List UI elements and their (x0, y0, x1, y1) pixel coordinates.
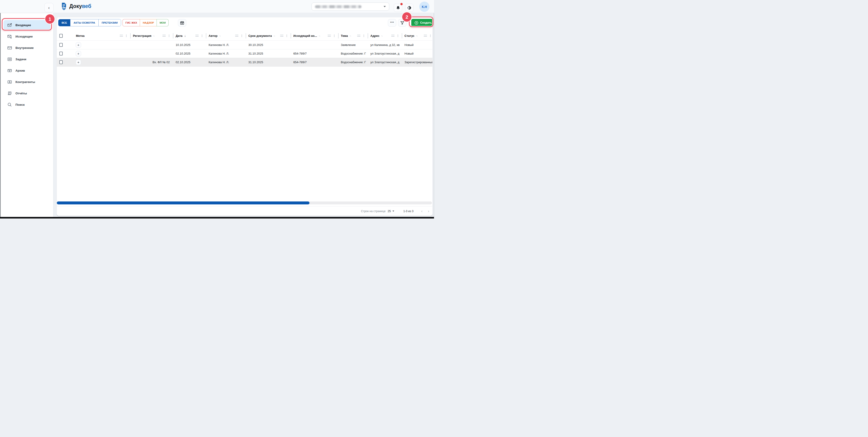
column-resize-handle[interactable] (391, 35, 395, 37)
date-filter-button[interactable] (178, 19, 186, 27)
add-label-button[interactable]: + (76, 60, 81, 65)
sort-desc-icon[interactable]: ↓ (184, 34, 186, 37)
scrollbar-thumb[interactable] (57, 201, 309, 204)
column-header-subject[interactable]: Тема↑↓⋮ (338, 31, 368, 40)
cell-label: + (69, 49, 130, 58)
column-resize-handle[interactable] (195, 35, 198, 37)
column-menu-icon[interactable]: ⋮ (240, 34, 243, 37)
add-label-button[interactable]: + (76, 51, 81, 56)
column-header-registration[interactable]: Регистрация↑↓⋮ (130, 31, 173, 40)
column-menu-icon[interactable]: ⋮ (396, 34, 399, 37)
column-menu-icon[interactable]: ⋮ (429, 34, 432, 37)
prev-page-button[interactable]: ‹ (421, 209, 423, 213)
sidebar-item-reports[interactable]: Отчёты (3, 88, 51, 98)
tab-all[interactable]: ВСЕ (58, 19, 70, 26)
row-checkbox[interactable] (59, 52, 63, 56)
cell-due_date: 30.10.2025 (246, 41, 290, 49)
plus-circle-icon (414, 21, 418, 25)
outbox-icon (7, 34, 12, 39)
cell-text: Калинова Н. Л. (209, 43, 229, 47)
row-checkbox[interactable] (59, 43, 63, 47)
add-label-button[interactable]: + (76, 42, 81, 48)
column-resize-handle[interactable] (357, 35, 361, 37)
sort-arrows-icon[interactable]: ↑↓ (153, 34, 154, 37)
calendar-icon (180, 21, 184, 25)
column-header-status[interactable]: Статус↑↓⋮ (402, 31, 433, 40)
sidebar-item-outbox[interactable]: Исходящие (3, 31, 51, 41)
theme-toggle-button[interactable] (405, 4, 413, 12)
tab-moi[interactable]: МОИ (157, 19, 168, 26)
cell-text: Водоснабжение: Г (341, 60, 366, 64)
column-menu-icon[interactable]: ⋮ (125, 34, 128, 37)
tab-claims[interactable]: ПРЕТЕНЗИИ (98, 19, 121, 26)
horizontal-scrollbar[interactable] (57, 201, 432, 204)
cell-select (57, 49, 69, 58)
cell-text: 654-789/7 (293, 52, 307, 55)
table-row[interactable]: +Вх. ФЛ № 0202.10.2025Калинова Н. Л.31.1… (57, 58, 433, 67)
next-page-button[interactable]: › (428, 209, 429, 213)
column-menu-icon[interactable]: ⋮ (285, 34, 288, 37)
row-checkbox[interactable] (59, 60, 63, 64)
tab-gis-zhkh[interactable]: ГИС ЖКХ (122, 19, 140, 26)
column-label: Тема (341, 34, 348, 37)
redacted-user-name (315, 5, 362, 8)
sidebar-item-inbox[interactable]: Входящие (3, 20, 51, 30)
column-menu-icon[interactable]: ⋮ (333, 34, 336, 37)
cell-author: Калинова Н. Л. (206, 58, 246, 66)
cell-text: Новый (404, 43, 413, 47)
sort-arrows-icon[interactable]: ↑↓ (416, 34, 417, 37)
cell-author: Калинова Н. Л. (206, 49, 246, 58)
sidebar-item-archive[interactable]: Архив (3, 65, 51, 76)
column-menu-icon[interactable]: ⋮ (362, 34, 365, 37)
column-label: Дата (176, 34, 182, 37)
create-button[interactable]: Создать (411, 19, 433, 27)
table-row[interactable]: +10.10.2025Калинова Н. Л.30.10.2025Заявл… (57, 41, 433, 49)
cell-subject: Водоснабжение: Г (338, 49, 368, 58)
sort-arrows-icon[interactable]: ↑↓ (381, 34, 382, 37)
sidebar-collapse-button[interactable]: ‹ (44, 3, 54, 12)
filter-button[interactable] (398, 19, 406, 27)
column-resize-handle[interactable] (162, 35, 166, 37)
column-header-address[interactable]: Адрес↑↓⋮ (368, 31, 402, 40)
sidebar-item-internal[interactable]: Внутренние (3, 43, 51, 53)
column-label: Исходящий но... (293, 34, 317, 37)
column-resize-handle[interactable] (424, 35, 427, 37)
tab-inspection-acts[interactable]: АКТЫ ОСМОТРА (70, 19, 98, 26)
rows-per-page-select[interactable]: 25 (388, 210, 394, 213)
tab-nadzor[interactable]: НАДЗОР (140, 19, 157, 26)
column-resize-handle[interactable] (235, 35, 238, 37)
contacts-icon (7, 80, 12, 84)
sidebar-item-search[interactable]: Поиск (3, 99, 51, 110)
column-resize-handle[interactable] (328, 35, 331, 37)
column-header-due_date[interactable]: Срок документа↑↓⋮ (246, 31, 290, 40)
cell-due_date: 31.10.2025 (246, 49, 290, 58)
cell-status: Новый (402, 41, 433, 49)
column-resize-handle[interactable] (120, 35, 123, 37)
user-organization-select[interactable] (312, 2, 389, 11)
column-header-outgoing_no[interactable]: Исходящий но...↑↓⋮ (290, 31, 338, 40)
search-icon (7, 102, 12, 107)
sidebar-item-label: Исходящие (16, 35, 33, 38)
cell-text: 10.10.2025 (176, 43, 190, 47)
sort-arrows-icon[interactable]: ↑↓ (219, 34, 220, 37)
sort-arrows-icon[interactable]: ↑↓ (273, 34, 275, 37)
create-button-label: Создать (420, 21, 432, 24)
sidebar-item-contractors[interactable]: Контрагенты (3, 77, 51, 87)
table-row[interactable]: +02.10.2025Калинова Н. Л.31.10.2025654-7… (57, 49, 433, 58)
sidebar-item-tasks[interactable]: Задачи (3, 54, 51, 64)
cell-date: 02.10.2025 (173, 49, 206, 58)
avatar[interactable]: К.Н (419, 2, 430, 12)
select-all-checkbox[interactable] (59, 34, 63, 38)
column-header-date[interactable]: Дата↓⋮ (173, 31, 206, 40)
notifications-button[interactable] (394, 4, 402, 12)
more-actions-button[interactable]: ⋯ (388, 19, 396, 27)
sort-arrows-icon[interactable]: ↑↓ (349, 34, 351, 37)
cell-text: Заявление (341, 43, 355, 47)
column-menu-icon[interactable]: ⋮ (200, 34, 204, 37)
cell-text: Вх. ФЛ № 02 (152, 60, 170, 64)
contrast-theme-icon (407, 6, 411, 10)
column-menu-icon[interactable]: ⋮ (167, 34, 170, 37)
column-header-author[interactable]: Автор↑↓⋮ (206, 31, 246, 40)
column-resize-handle[interactable] (280, 35, 283, 37)
sort-arrows-icon[interactable]: ↑↓ (318, 34, 320, 37)
